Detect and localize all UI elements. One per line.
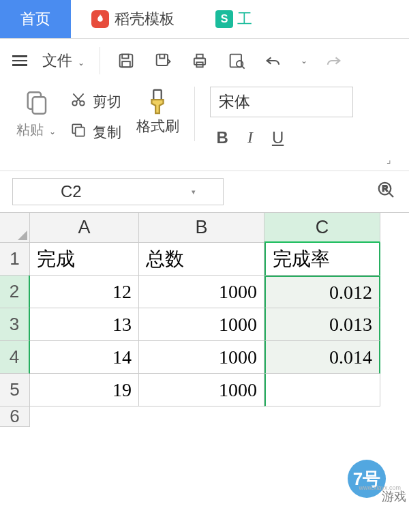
flame-icon — [91, 10, 109, 28]
col-header-a[interactable]: A — [30, 213, 139, 243]
cell[interactable]: 0.014 — [264, 341, 380, 374]
scissors-icon — [70, 91, 87, 112]
svg-rect-15 — [153, 90, 161, 100]
cut-label: 剪切 — [93, 92, 121, 111]
ribbon-expand-icon[interactable]: ⌟ — [12, 154, 397, 165]
separator — [194, 87, 195, 141]
svg-point-8 — [237, 61, 243, 67]
tab-home-label: 首页 — [20, 9, 50, 29]
cell[interactable]: 0.013 — [264, 308, 380, 341]
row-header[interactable]: 6 — [0, 407, 30, 427]
svg-rect-3 — [157, 55, 168, 65]
save-as-icon[interactable] — [152, 50, 174, 72]
watermark: 7号 www.xiayx.com 游戏 — [331, 457, 406, 505]
cell[interactable]: 总数 — [139, 243, 264, 276]
cell[interactable]: 14 — [30, 341, 139, 374]
bold-button[interactable]: B — [217, 128, 228, 147]
format-brush-button[interactable]: 格式刷 — [136, 117, 179, 136]
cell[interactable]: 12 — [30, 276, 139, 308]
tab-daoke[interactable]: 稻壳模板 — [71, 0, 195, 38]
spreadsheet-grid[interactable]: A B C 1 完成 总数 完成率 2 12 1000 0.012 3 13 1… — [0, 212, 409, 427]
cell[interactable]: 1000 — [139, 374, 264, 407]
save-icon[interactable] — [115, 50, 137, 72]
cell[interactable]: 完成 — [30, 243, 139, 276]
paste-icon[interactable] — [20, 87, 52, 119]
name-box-value: C2 — [61, 182, 82, 201]
tab-daoke-label: 稻壳模板 — [115, 9, 175, 29]
copy-button[interactable]: 复制 — [70, 121, 121, 143]
print-preview-icon[interactable] — [226, 50, 247, 72]
col-header-c[interactable]: C — [264, 213, 380, 243]
cell[interactable]: 13 — [30, 308, 139, 341]
svg-rect-1 — [122, 55, 128, 59]
cut-button[interactable]: 剪切 — [70, 91, 121, 112]
file-menu[interactable]: 文件 ⌄ — [42, 50, 85, 71]
svg-rect-4 — [194, 59, 205, 65]
row-header[interactable]: 4 — [0, 341, 30, 374]
row-header[interactable]: 2 — [0, 276, 30, 308]
row-header[interactable]: 3 — [0, 308, 30, 341]
cell[interactable] — [264, 374, 380, 407]
tab-sheet[interactable]: S 工 — [195, 0, 273, 38]
svg-rect-14 — [75, 128, 84, 136]
svg-rect-5 — [196, 55, 202, 59]
select-all-corner[interactable] — [0, 213, 30, 243]
search-icon[interactable]: R — [376, 180, 397, 203]
chevron-down-icon[interactable]: ▾ — [192, 188, 196, 196]
cell[interactable]: 1000 — [139, 341, 264, 374]
underline-button[interactable]: U — [272, 128, 284, 147]
svg-rect-2 — [122, 61, 130, 67]
undo-icon[interactable] — [262, 50, 284, 72]
format-brush-icon[interactable] — [143, 87, 172, 117]
redo-icon[interactable] — [322, 50, 344, 72]
separator — [100, 47, 100, 74]
cell[interactable]: 0.012 — [264, 276, 380, 308]
menu-icon[interactable] — [12, 55, 27, 66]
cell[interactable]: 1000 — [139, 276, 264, 308]
tab-sheet-label: 工 — [237, 9, 252, 29]
cell[interactable]: 完成率 — [264, 243, 380, 276]
name-box[interactable]: C2 ▾ — [12, 178, 224, 205]
copy-icon — [70, 121, 87, 143]
row-header[interactable]: 5 — [0, 374, 30, 407]
svg-text:R: R — [382, 184, 388, 192]
cell[interactable]: 1000 — [139, 308, 264, 341]
cell[interactable]: 19 — [30, 374, 139, 407]
svg-rect-10 — [33, 97, 46, 114]
row-header[interactable]: 1 — [0, 243, 30, 276]
italic-button[interactable]: I — [247, 128, 253, 147]
print-icon[interactable] — [189, 50, 211, 72]
sheet-icon: S — [215, 10, 233, 28]
paste-button[interactable]: 粘贴 ⌄ — [16, 121, 56, 139]
copy-label: 复制 — [93, 123, 121, 142]
undo-dropdown[interactable]: ⌄ — [301, 56, 307, 65]
font-select[interactable]: 宋体 — [210, 87, 353, 117]
col-header-b[interactable]: B — [139, 213, 264, 243]
tab-home[interactable]: 首页 — [0, 0, 71, 38]
